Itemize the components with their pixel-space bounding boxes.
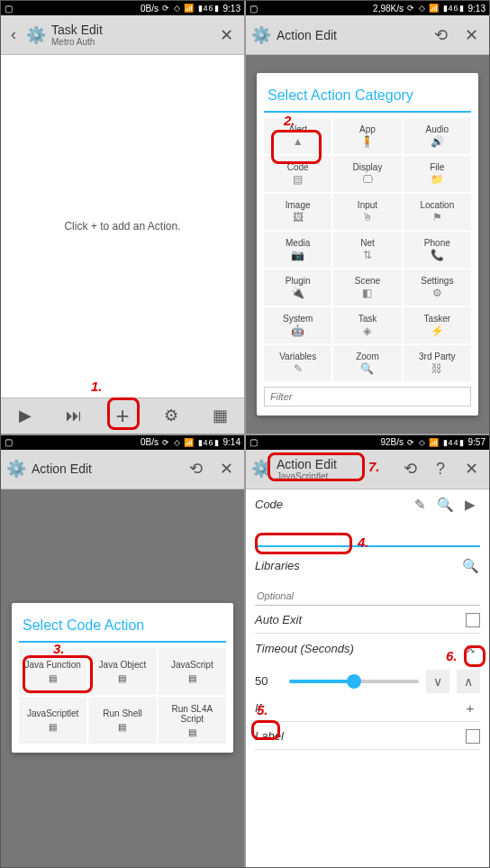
category-variables[interactable]: Variables✎ xyxy=(264,345,331,381)
annotation-5: 5. xyxy=(257,702,268,717)
code-action-run-sl4a-script[interactable]: Run SL4A Script▤ xyxy=(159,697,226,744)
close-icon[interactable]: ✕ xyxy=(213,23,239,48)
refresh-icon[interactable]: ⟲ xyxy=(183,456,208,481)
category-image[interactable]: Image🖼 xyxy=(264,194,331,230)
category-plugin[interactable]: Plugin🔌 xyxy=(264,270,331,306)
annotation-1: 1. xyxy=(91,379,103,394)
autoexit-checkbox[interactable] xyxy=(466,613,480,627)
annotation-3: 3. xyxy=(53,641,65,656)
close-icon[interactable]: ✕ xyxy=(458,23,484,48)
label-checkbox[interactable] xyxy=(466,729,480,744)
status-bar: ▢ 0B/s ⟳ ◇ 📶 ▮46▮ 9:13 xyxy=(1,1,244,15)
timeout-value: 50 xyxy=(255,674,282,688)
category-zoom[interactable]: Zoom🔍 xyxy=(333,345,401,381)
category-display[interactable]: Display🖵 xyxy=(333,156,401,192)
plus-icon[interactable]: + xyxy=(460,700,480,716)
code-label: Code xyxy=(255,498,404,511)
page-subtitle: Metro Auth xyxy=(51,37,208,47)
status-bar: ▢ 2,98K/s ⟳ ◇ 📶 ▮46▮ 9:13 xyxy=(246,1,489,15)
square-icon: ▢ xyxy=(5,437,13,447)
page-title: Action Edit xyxy=(277,28,422,42)
category-settings[interactable]: Settings⚙ xyxy=(404,270,471,306)
tasker-icon: ⚙️ xyxy=(6,459,26,479)
category-media[interactable]: Media📷 xyxy=(264,232,331,268)
refresh-icon[interactable]: ⟲ xyxy=(428,23,453,48)
category-location[interactable]: Location⚑ xyxy=(404,194,471,230)
category-phone[interactable]: Phone📞 xyxy=(404,232,471,268)
search-icon[interactable]: 🔍 xyxy=(460,558,480,574)
status-icons: ⟳ ◇ 📶 ▮46▮ xyxy=(407,4,465,13)
sliders-icon[interactable]: ⚙ xyxy=(159,406,184,425)
tasker-icon: ⚙️ xyxy=(26,25,46,45)
refresh-icon[interactable]: ⟲ xyxy=(397,456,422,481)
timeout-slider[interactable] xyxy=(289,680,419,683)
increment-button[interactable]: ∧ xyxy=(457,670,480,693)
panel-action-category: ▢ 2,98K/s ⟳ ◇ 📶 ▮46▮ 9:13 ⚙️ Action Edit… xyxy=(246,1,489,434)
annotation-box-3 xyxy=(23,655,93,693)
back-icon[interactable]: ‹ xyxy=(6,25,21,44)
status-icons: ⟳ ◇ 📶 ▮46▮ xyxy=(162,4,220,13)
annotation-box-1 xyxy=(107,397,140,430)
annotation-6: 6. xyxy=(446,648,458,663)
close-icon[interactable]: ✕ xyxy=(213,456,239,481)
autoexit-label: Auto Exit xyxy=(255,613,460,626)
page-title: Task Edit xyxy=(51,23,208,37)
panel-task-edit: ▢ 0B/s ⟳ ◇ 📶 ▮46▮ 9:13 ‹ ⚙️ Task Edit Me… xyxy=(1,1,244,434)
annotation-4: 4. xyxy=(358,535,369,550)
category-system[interactable]: System🤖 xyxy=(264,307,331,343)
code-action-javascript[interactable]: JavaScript▤ xyxy=(159,648,226,695)
filter-input[interactable] xyxy=(264,387,471,407)
panel-javascriptlet-form: ▢ 92B/s ⟳ ◇ 📶 ▮44▮ 9:57 ⚙️ Action Edit J… xyxy=(246,435,489,868)
grid-icon[interactable]: ▦ xyxy=(207,406,232,425)
category-task[interactable]: Task◈ xyxy=(333,307,401,343)
empty-hint: Click + to add an Action. xyxy=(1,55,244,397)
play-icon[interactable]: ▶ xyxy=(460,497,480,513)
code-action-run-shell[interactable]: Run Shell▤ xyxy=(88,697,156,744)
dialog-title: Select Code Action xyxy=(19,612,226,641)
category-file[interactable]: File📁 xyxy=(404,156,471,192)
timeout-label: Timeout (Seconds) xyxy=(255,642,455,655)
clock: 9:13 xyxy=(223,4,240,14)
annotation-box-7 xyxy=(268,452,365,481)
category-scene[interactable]: Scene◧ xyxy=(333,270,401,306)
category-input[interactable]: Input🖰 xyxy=(333,194,401,230)
clock: 9:14 xyxy=(223,437,240,447)
data-rate: 92B/s xyxy=(380,437,404,447)
panel-code-action: ▢ 0B/s ⟳ ◇ 📶 ▮46▮ 9:14 ⚙️ Action Edit ⟲ … xyxy=(1,435,244,868)
annotation-box-4 xyxy=(255,533,352,554)
category-audio[interactable]: Audio🔊 xyxy=(404,118,471,154)
libraries-input[interactable] xyxy=(255,587,480,606)
label-label: Label xyxy=(255,729,460,743)
tasker-icon: ⚙️ xyxy=(251,25,271,45)
app-bar: ‹ ⚙️ Task Edit Metro Auth ✕ xyxy=(1,15,244,55)
square-icon: ▢ xyxy=(250,4,258,14)
code-action-javascriptlet[interactable]: JavaScriptlet▤ xyxy=(19,697,86,744)
data-rate: 0B/s xyxy=(141,437,159,447)
help-icon[interactable]: ? xyxy=(428,456,453,481)
clock: 9:13 xyxy=(468,4,485,14)
annotation-box-5 xyxy=(251,720,280,740)
category-3rd-party[interactable]: 3rd Party⛓ xyxy=(404,345,471,381)
annotation-2: 2. xyxy=(284,113,295,128)
search-icon[interactable]: 🔍 xyxy=(435,497,455,513)
edit-icon[interactable]: ✎ xyxy=(410,497,430,513)
libraries-label: Libraries xyxy=(255,559,455,572)
category-tasker[interactable]: Tasker⚡ xyxy=(404,307,471,343)
app-bar: ⚙️ Action Edit ⟲ ✕ xyxy=(246,15,489,55)
category-app[interactable]: App🧍 xyxy=(333,118,401,154)
status-icons: ⟳ ◇ 📶 ▮44▮ xyxy=(407,438,465,447)
status-bar: ▢ 92B/s ⟳ ◇ 📶 ▮44▮ 9:57 xyxy=(246,435,489,450)
clock: 9:57 xyxy=(468,437,485,447)
step-icon[interactable]: ⏭ xyxy=(61,407,86,425)
code-action-java-object[interactable]: Java Object▤ xyxy=(88,648,156,695)
decrement-button[interactable]: ∨ xyxy=(426,670,449,693)
annotation-box-2 xyxy=(271,130,322,164)
play-icon[interactable]: ▶ xyxy=(13,406,38,425)
square-icon: ▢ xyxy=(5,4,13,14)
category-net[interactable]: Net⇅ xyxy=(333,232,401,268)
dialog-title: Select Action Category xyxy=(264,82,471,111)
data-rate: 0B/s xyxy=(141,4,159,14)
app-bar: ⚙️ Action Edit ⟲ ✕ xyxy=(1,450,244,489)
close-icon[interactable]: ✕ xyxy=(458,456,484,481)
status-bar: ▢ 0B/s ⟳ ◇ 📶 ▮46▮ 9:14 xyxy=(1,435,244,450)
